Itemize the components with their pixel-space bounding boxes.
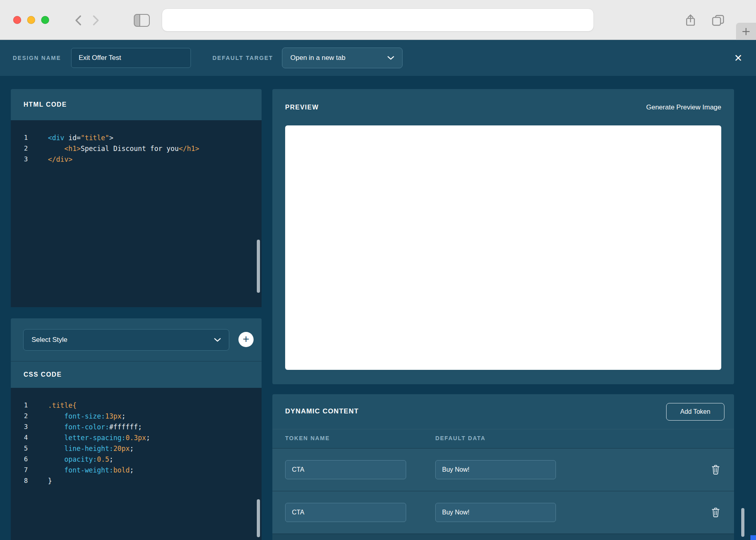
default-data-column-label: DEFAULT DATA	[435, 435, 486, 441]
share-button[interactable]	[685, 12, 700, 28]
code-line: 6 opacity:0.5;	[11, 454, 262, 465]
dynamic-content-panel: DYNAMIC CONTENT Add Token TOKEN NAME DEF…	[272, 394, 734, 540]
traffic-lights	[13, 16, 49, 24]
tab-overview-button[interactable]	[712, 13, 728, 28]
token-row	[272, 448, 734, 491]
add-token-button[interactable]: Add Token	[666, 403, 724, 421]
plus-icon: +	[243, 334, 249, 345]
css-code-editor[interactable]: 1.title{2 font-size:13px;3 font-color:#f…	[11, 388, 262, 540]
default-target-dropdown[interactable]: Open in a new tab	[282, 48, 403, 68]
token-row-partial	[272, 534, 734, 540]
traffic-light-zoom[interactable]	[41, 16, 49, 24]
tab-overview-icon	[712, 14, 724, 26]
html-editor-scrollbar-thumb[interactable]	[257, 240, 260, 293]
html-code-title: HTML CODE	[24, 101, 67, 108]
token-name-input[interactable]	[285, 503, 406, 522]
editor-app: DESIGN NAME DEFAULT TARGET Open in a new…	[0, 40, 756, 540]
token-name-input[interactable]	[285, 460, 406, 479]
style-select-dropdown[interactable]: Select Style	[23, 329, 229, 351]
dynamic-content-header: DYNAMIC CONTENT Add Token	[272, 394, 734, 429]
token-table-header: TOKEN NAME DEFAULT DATA	[272, 429, 734, 448]
design-name-input[interactable]	[71, 48, 191, 68]
trash-icon	[711, 465, 720, 475]
chevron-down-icon	[387, 56, 394, 60]
share-icon	[685, 14, 696, 27]
preview-panel: PREVIEW Generate Preview Image	[272, 89, 734, 384]
app-header: DESIGN NAME DEFAULT TARGET Open in a new…	[0, 40, 756, 76]
traffic-light-close[interactable]	[13, 16, 21, 24]
token-name-column-label: TOKEN NAME	[285, 435, 330, 441]
html-code-editor[interactable]: 1<div id="title">2 <h1>Special Discount …	[11, 120, 262, 307]
chevron-down-icon	[214, 338, 221, 342]
code-line: 1<div id="title">	[11, 132, 262, 143]
default-target-value: Open in a new tab	[290, 54, 345, 62]
html-code-panel: HTML CODE 1<div id="title">2 <h1>Special…	[11, 89, 262, 307]
dynamic-content-title: DYNAMIC CONTENT	[285, 407, 359, 415]
default-data-input[interactable]	[435, 503, 556, 522]
code-line: 3 font-color:#ffffff;	[11, 421, 262, 432]
style-select-value: Select Style	[32, 336, 67, 344]
preview-panel-header: PREVIEW Generate Preview Image	[272, 89, 734, 125]
scroll-corner	[750, 535, 756, 540]
new-tab-button[interactable]	[736, 23, 756, 40]
default-target-label: DEFAULT TARGET	[212, 55, 273, 61]
preview-title: PREVIEW	[285, 104, 319, 111]
sidebar-icon	[134, 14, 150, 27]
sidebar-toggle-button[interactable]	[133, 12, 151, 28]
generate-preview-button[interactable]: Generate Preview Image	[646, 103, 721, 111]
plus-icon	[742, 28, 750, 36]
css-editor-scrollbar-thumb[interactable]	[257, 499, 260, 537]
default-data-input[interactable]	[435, 460, 556, 479]
code-line: 7 font-weight:bold;	[11, 465, 262, 475]
trash-icon	[711, 507, 720, 518]
code-line: 1.title{	[11, 400, 262, 411]
close-button[interactable]: ✕	[732, 52, 744, 65]
code-line: 3</div>	[11, 154, 262, 165]
address-bar[interactable]	[162, 8, 594, 32]
code-line: 2 font-size:13px;	[11, 411, 262, 421]
traffic-light-minimize[interactable]	[27, 16, 35, 24]
token-row	[272, 491, 734, 534]
design-name-label: DESIGN NAME	[13, 55, 61, 61]
browser-chrome	[0, 0, 756, 40]
delete-token-button[interactable]	[709, 506, 722, 520]
chevron-right-icon	[93, 15, 99, 26]
code-line: 4 letter-spacing:0.3px;	[11, 432, 262, 443]
css-code-title: CSS CODE	[24, 371, 62, 378]
code-line: 5 line-height:20px;	[11, 443, 262, 454]
delete-token-button[interactable]	[709, 463, 722, 477]
back-button[interactable]	[71, 13, 85, 28]
css-style-panel: Select Style + CSS CODE 1.title{2 font-s…	[11, 318, 262, 540]
css-code-panel-header: CSS CODE	[11, 361, 274, 388]
html-code-panel-header: HTML CODE	[11, 89, 262, 120]
screen: DESIGN NAME DEFAULT TARGET Open in a new…	[0, 0, 756, 540]
code-line: 8}	[11, 475, 262, 486]
page-scrollbar-thumb[interactable]	[741, 508, 744, 537]
code-line: 2 <h1>Special Discount for you</h1>	[11, 143, 262, 154]
new-tab-region	[736, 23, 756, 40]
style-selector-row: Select Style +	[11, 318, 262, 361]
add-style-button[interactable]: +	[238, 332, 254, 347]
forward-button[interactable]	[89, 13, 103, 28]
preview-canvas	[285, 125, 721, 370]
chevron-left-icon	[75, 15, 81, 26]
